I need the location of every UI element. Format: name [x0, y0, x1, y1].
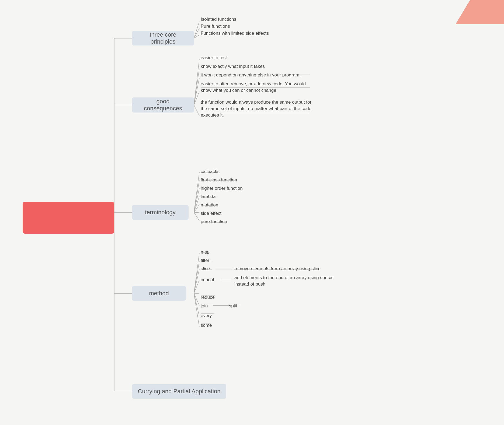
leaf-first-class: first class function: [201, 177, 237, 183]
leaf-some: some: [201, 323, 212, 328]
leaf-concat: concat: [201, 277, 214, 283]
svg-line-26: [194, 293, 199, 305]
leaf-lambda: lambda: [201, 194, 216, 199]
svg-line-11: [194, 78, 199, 105]
leaf-pure-function: pure function: [201, 219, 227, 224]
svg-line-21: [194, 253, 199, 293]
svg-line-23: [194, 269, 199, 293]
svg-line-22: [194, 261, 199, 293]
branch-three-core: three core principles: [132, 31, 194, 45]
leaf-map: map: [201, 250, 210, 255]
branch-currying: Currying and Partial Application: [132, 384, 226, 399]
branch-method-label: method: [149, 290, 169, 297]
leaf-every: every: [201, 313, 212, 318]
leaf-same-output: the function would always produce the sa…: [201, 99, 317, 118]
leaf-split: split: [229, 303, 237, 309]
svg-line-9: [194, 59, 199, 105]
leaf-limited-side-effects: Functions with limited side effects: [201, 31, 269, 36]
branch-three-core-label: three core principles: [137, 31, 189, 45]
leaf-higher-order: higher order function: [201, 186, 243, 191]
svg-line-19: [194, 212, 199, 213]
leaf-filter: filter: [201, 258, 209, 263]
leaf-slice-desc: remove elements from an array using slic…: [234, 266, 321, 272]
leaf-callbacks: callbacks: [201, 169, 220, 174]
branch-currying-label: Currying and Partial Application: [138, 388, 221, 395]
svg-line-20: [194, 212, 199, 221]
svg-line-15: [194, 180, 199, 212]
svg-line-6: [194, 22, 199, 38]
leaf-easier-test: easier to test: [201, 55, 227, 61]
svg-line-24: [194, 280, 199, 293]
branch-terminology: terminology: [132, 205, 189, 220]
svg-line-8: [194, 35, 199, 38]
leaf-reduce: reduce: [201, 295, 215, 300]
leaf-isolated-functions: Isolated functions: [201, 17, 236, 22]
branch-good-consequences-label: good consequences: [137, 98, 189, 112]
leaf-wont-depend: it won't depend on anything else in your…: [201, 72, 301, 78]
leaf-pure-functions: Pure functions: [201, 24, 230, 29]
central-node: [23, 202, 114, 234]
leaf-side-effect: side effect: [201, 211, 221, 216]
leaf-concat-desc: add elements to the end of an array usin…: [234, 275, 337, 287]
svg-line-7: [194, 28, 199, 38]
svg-line-27: [194, 293, 199, 316]
leaf-join: join: [201, 303, 208, 309]
svg-line-10: [194, 69, 199, 105]
svg-line-13: [194, 105, 199, 116]
branch-good-consequences: good consequences: [132, 97, 194, 113]
leaf-mutation: mutation: [201, 202, 218, 208]
leaf-easier-alter: easier to alter, remove, or add new code…: [201, 81, 317, 94]
svg-line-12: [194, 92, 199, 105]
leaf-slice: slice: [201, 266, 210, 272]
branch-terminology-label: terminology: [145, 209, 176, 216]
svg-line-16: [194, 188, 199, 212]
svg-line-14: [194, 172, 199, 212]
svg-line-17: [194, 196, 199, 212]
svg-line-18: [194, 205, 199, 212]
leaf-know-input: know exactly what input it takes: [201, 64, 265, 69]
svg-line-28: [194, 293, 199, 327]
trial-badge: [456, 0, 504, 24]
branch-method: method: [132, 286, 186, 301]
